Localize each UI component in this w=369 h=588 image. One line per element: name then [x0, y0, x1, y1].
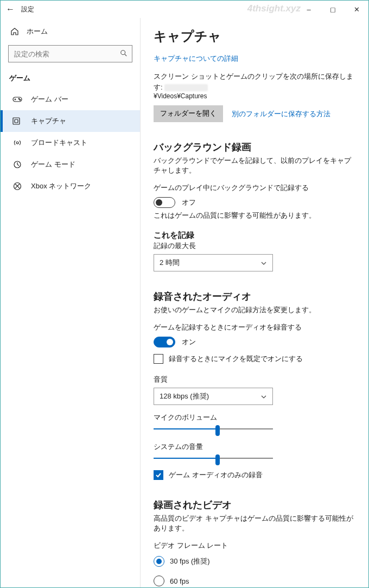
close-button[interactable]: ✕: [345, 1, 368, 18]
mic-volume-label: マイクのボリューム: [154, 413, 355, 422]
video-desc: 高品質のビデオ キャプチャはゲームの品質に影響する可能性があります。: [154, 514, 355, 533]
sys-volume-slider[interactable]: [154, 453, 273, 464]
watermark: 4thsight.xyz: [247, 3, 301, 14]
audio-quality-value: 128 kbps (推奨): [160, 391, 209, 401]
mic-default-checkbox[interactable]: [154, 354, 163, 364]
audio-title: 録音されたオーディオ: [154, 290, 355, 303]
svg-line-1: [125, 54, 127, 56]
open-folder-button[interactable]: フォルダーを開く: [154, 105, 223, 122]
bg-record-toggle[interactable]: [154, 197, 175, 208]
gamebar-icon: [12, 96, 22, 103]
fps-30-radio[interactable]: [154, 556, 164, 567]
save-path: ¥Videos¥Captures: [154, 92, 355, 100]
svg-rect-8: [15, 119, 18, 123]
svg-point-9: [16, 142, 18, 144]
fps-label: ビデオ フレーム レート: [154, 541, 355, 551]
category-title: ゲーム: [1, 68, 140, 88]
hidden-user: [164, 84, 208, 91]
sidebar-item-label: Xbox ネットワーク: [31, 181, 91, 191]
video-title: 録画されたビデオ: [154, 498, 355, 511]
svg-point-0: [121, 50, 125, 54]
home-nav[interactable]: ホーム: [1, 21, 140, 42]
window-title: 設定: [21, 5, 34, 14]
svg-rect-7: [13, 118, 20, 124]
search-icon: [120, 49, 128, 59]
svg-line-12: [17, 165, 19, 166]
home-label: ホーム: [27, 27, 48, 36]
game-audio-only-label: ゲーム オーディオのみの録音: [169, 470, 263, 480]
game-audio-only-checkbox[interactable]: [154, 470, 163, 480]
fps-30-label: 30 fps (推奨): [170, 557, 210, 566]
bg-desc: バックグラウンドでゲームを記録して、以前のプレイをキャプチャします。: [154, 156, 355, 175]
save-location-desc: スクリーン ショットとゲームのクリップを次の場所に保存します:: [154, 71, 355, 92]
bg-title: バックグラウンド録画: [154, 141, 355, 154]
chevron-down-icon: [260, 259, 267, 267]
sidebar-item-label: キャプチャ: [31, 116, 66, 126]
sidebar-item-gamemode[interactable]: ゲーム モード: [1, 154, 140, 175]
max-length-value: 2 時間: [160, 258, 180, 268]
bg-toggle-label: ゲームのプレイ中にバックグラウンドで記録する: [154, 183, 355, 193]
sidebar-item-label: ゲーム バー: [31, 94, 68, 104]
sidebar-item-label: ブロードキャスト: [31, 138, 87, 148]
mic-volume-slider[interactable]: [154, 423, 273, 434]
audio-toggle-label: ゲームを記録するときにオーディオを録音する: [154, 323, 355, 332]
fps-60-radio[interactable]: [154, 576, 164, 586]
sys-volume-label: システムの音量: [154, 442, 355, 452]
xbox-icon: [12, 182, 22, 191]
content: キャプチャ キャプチャについての詳細 スクリーン ショットとゲームのクリップを次…: [141, 18, 368, 588]
back-button[interactable]: ←: [6, 4, 15, 14]
sidebar-item-label: ゲーム モード: [31, 160, 75, 169]
sidebar-item-broadcast[interactable]: ブロードキャスト: [1, 132, 140, 154]
sidebar-item-capture[interactable]: キャプチャ: [1, 110, 140, 132]
page-title: キャプチャ: [154, 28, 355, 45]
maximize-button[interactable]: ◻: [321, 1, 345, 18]
broadcast-icon: [12, 138, 22, 147]
other-folder-link[interactable]: 別のフォルダーに保存する方法: [232, 109, 330, 119]
fps-60-label: 60 fps: [170, 577, 189, 585]
audio-quality-label: 音質: [154, 375, 355, 384]
sidebar-item-xbox[interactable]: Xbox ネットワーク: [1, 175, 140, 197]
search-input-wrap[interactable]: [8, 45, 132, 62]
sidebar: ホーム ゲーム ゲーム バー キャプチャ: [1, 18, 141, 588]
bg-note: これはゲームの品質に影響する可能性があります。: [154, 211, 355, 220]
audio-record-toggle[interactable]: [154, 337, 175, 347]
gamemode-icon: [12, 160, 22, 169]
search-input[interactable]: [13, 49, 111, 59]
sidebar-item-gamebar[interactable]: ゲーム バー: [1, 88, 140, 110]
capture-icon: [12, 117, 22, 125]
learn-more-link[interactable]: キャプチャについての詳細: [154, 54, 355, 64]
audio-quality-dropdown[interactable]: 128 kbps (推奨): [154, 388, 273, 405]
record-this-sub: 記録の最大長: [154, 242, 355, 251]
bg-toggle-state: オフ: [182, 198, 196, 207]
svg-point-6: [20, 99, 21, 100]
audio-desc: お使いのゲームとマイクの記録方法を変更します。: [154, 305, 355, 315]
audio-toggle-state: オン: [182, 337, 196, 347]
home-icon: [10, 27, 19, 36]
chevron-down-icon: [260, 393, 267, 401]
titlebar: ← 設定 4thsight.xyz – ◻ ✕: [1, 1, 368, 18]
mic-default-label: 録音するときにマイクを既定でオンにする: [169, 354, 303, 364]
svg-point-5: [18, 98, 20, 99]
max-length-dropdown[interactable]: 2 時間: [154, 254, 273, 271]
record-this-title: これを記録: [154, 230, 355, 241]
